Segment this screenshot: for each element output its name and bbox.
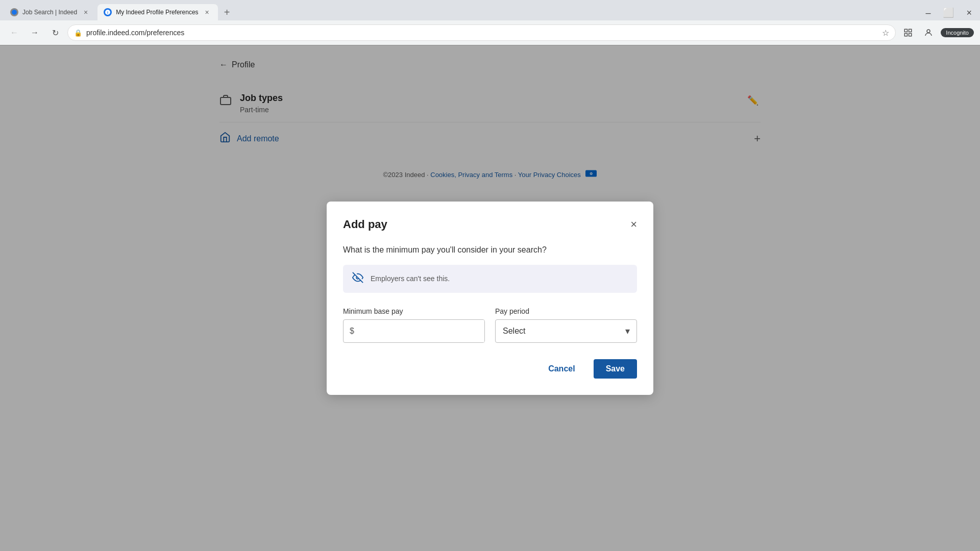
- tab2-favicon: i: [104, 8, 112, 16]
- modal-header: Add pay ×: [343, 218, 637, 231]
- new-tab-button[interactable]: +: [219, 4, 235, 20]
- add-pay-modal: Add pay × What is the minimum pay you'll…: [327, 202, 653, 395]
- svg-rect-5: [905, 34, 908, 36]
- privacy-notice-text: Employers can't see this.: [371, 274, 450, 283]
- min-pay-label: Minimum base pay: [343, 307, 485, 315]
- incognito-badge[interactable]: Incognito: [941, 28, 974, 37]
- privacy-notice: Employers can't see this.: [343, 265, 637, 293]
- minimize-button[interactable]: –: [921, 6, 935, 20]
- min-pay-input-wrapper: $: [343, 319, 485, 343]
- pay-period-select[interactable]: Select Per hour Per day Per week Per mon…: [495, 319, 637, 343]
- form-row: Minimum base pay $ Pay period Select Per…: [343, 307, 637, 343]
- close-browser-button[interactable]: ×: [962, 6, 976, 20]
- svg-text:i: i: [107, 11, 108, 14]
- toolbar-icons: Incognito: [900, 24, 974, 41]
- svg-point-0: [12, 10, 17, 15]
- eye-off-icon: [352, 272, 363, 286]
- tab-profile-prefs[interactable]: i My Indeed Profile Preferences ×: [97, 4, 217, 20]
- tab1-close[interactable]: ×: [81, 8, 90, 17]
- pay-period-label: Pay period: [495, 307, 637, 315]
- tab2-close[interactable]: ×: [203, 8, 212, 17]
- tab-bar: Job Search | Indeed × i My Indeed Profil…: [0, 0, 980, 20]
- bookmark-icon: ☆: [882, 28, 889, 38]
- browser-chrome: Job Search | Indeed × i My Indeed Profil…: [0, 0, 980, 45]
- tab1-favicon: [10, 8, 18, 16]
- svg-rect-6: [909, 34, 912, 36]
- modal-question: What is the minimum pay you'll consider …: [343, 245, 637, 255]
- dollar-sign: $: [344, 327, 360, 336]
- cancel-button[interactable]: Cancel: [538, 359, 585, 379]
- svg-point-7: [927, 30, 930, 33]
- save-button[interactable]: Save: [594, 359, 637, 379]
- tab1-label: Job Search | Indeed: [22, 9, 77, 16]
- svg-rect-4: [909, 29, 912, 32]
- modal-title: Add pay: [343, 218, 387, 231]
- extensions-icon[interactable]: [900, 24, 916, 41]
- reload-button[interactable]: ↻: [47, 24, 63, 41]
- address-bar[interactable]: 🔒 profile.indeed.com/preferences ☆: [67, 24, 896, 41]
- url-text: profile.indeed.com/preferences: [86, 29, 878, 37]
- pay-period-select-wrapper: Select Per hour Per day Per week Per mon…: [495, 319, 637, 343]
- tab-controls: – ⬜ ×: [921, 5, 976, 20]
- address-bar-row: ← → ↻ 🔒 profile.indeed.com/preferences ☆…: [0, 20, 980, 45]
- modal-overlay: Add pay × What is the minimum pay you'll…: [0, 45, 980, 551]
- min-pay-input[interactable]: [360, 320, 484, 342]
- tab2-label: My Indeed Profile Preferences: [116, 9, 198, 16]
- svg-rect-3: [905, 29, 908, 32]
- tab-job-search[interactable]: Job Search | Indeed ×: [4, 4, 96, 20]
- modal-actions: Cancel Save: [343, 359, 637, 379]
- min-pay-group: Minimum base pay $: [343, 307, 485, 343]
- modal-close-button[interactable]: ×: [630, 219, 637, 230]
- lock-icon: 🔒: [74, 29, 82, 37]
- forward-nav-button[interactable]: →: [27, 24, 43, 41]
- back-nav-button[interactable]: ←: [6, 24, 22, 41]
- pay-period-group: Pay period Select Per hour Per day Per w…: [495, 307, 637, 343]
- maximize-button[interactable]: ⬜: [939, 5, 958, 20]
- user-profile-icon[interactable]: [920, 24, 937, 41]
